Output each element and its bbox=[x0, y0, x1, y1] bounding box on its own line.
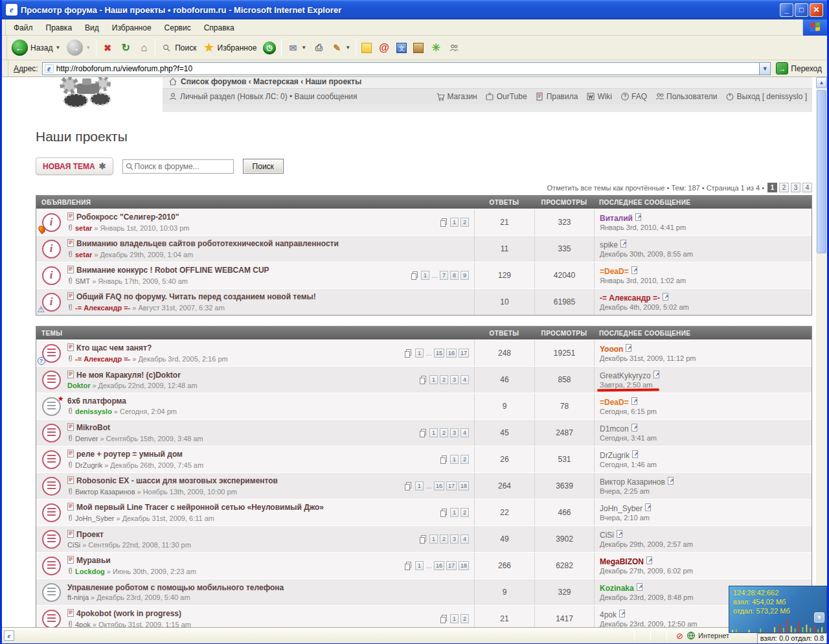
header-link-tv[interactable]: OurTube bbox=[485, 92, 527, 101]
forum-search-input[interactable] bbox=[135, 162, 225, 171]
title-bar[interactable]: e Просмотр форума - Наши проекты • robof… bbox=[2, 0, 827, 19]
lastpost-author-link[interactable]: MegaBIZON bbox=[600, 557, 644, 566]
topic-title-link[interactable]: Робокросс "Селигер-2010" bbox=[76, 213, 179, 222]
topic-page-1[interactable]: 1 bbox=[415, 481, 424, 490]
header-link-question[interactable]: FAQ bbox=[620, 92, 647, 101]
topic-author-link[interactable]: DrZugrik bbox=[75, 461, 102, 469]
topic-page-7[interactable]: 7 bbox=[440, 271, 448, 280]
lastpost-author-link[interactable]: =DeaD= bbox=[600, 398, 629, 407]
header-link-cart[interactable]: Магазин bbox=[435, 92, 477, 101]
goto-lastpost-icon[interactable] bbox=[631, 397, 639, 407]
forum-search-box[interactable] bbox=[122, 159, 234, 174]
topic-page-2[interactable]: 2 bbox=[460, 218, 469, 227]
breadcrumb[interactable]: Список форумов ‹ Мастерская ‹ Наши проек… bbox=[163, 77, 812, 89]
goto-lastpost-icon[interactable] bbox=[645, 503, 652, 513]
pagination-page-2[interactable]: 2 bbox=[779, 183, 789, 192]
back-button[interactable]: ←Назад▼ bbox=[8, 38, 63, 58]
pagination-page-3[interactable]: 3 bbox=[791, 183, 801, 192]
topic-title-link[interactable]: Управление роботом с помощью мобильного … bbox=[67, 583, 284, 593]
goto-lastpost-icon[interactable] bbox=[653, 371, 661, 380]
topic-page-1[interactable]: 1 bbox=[415, 561, 424, 570]
goto-lastpost-icon[interactable] bbox=[631, 424, 639, 433]
topic-author-link[interactable]: Lockdog bbox=[75, 568, 105, 575]
topic-page-4[interactable]: 4 bbox=[460, 375, 469, 384]
topic-author-link[interactable]: JoHn_Syber bbox=[75, 514, 115, 522]
topic-page-3[interactable]: 3 bbox=[450, 535, 459, 544]
lastpost-author-link[interactable]: Kozinaka bbox=[600, 584, 634, 593]
menu-правка[interactable]: Правка bbox=[40, 21, 79, 35]
mail-button[interactable]: ✉▼ bbox=[284, 40, 310, 56]
menu-файл[interactable]: Файл bbox=[7, 21, 40, 35]
goto-lastpost-icon[interactable] bbox=[619, 610, 626, 619]
lastpost-author-link[interactable]: GreatKykyryzo bbox=[600, 371, 651, 380]
topic-page-9[interactable]: 9 bbox=[460, 271, 469, 280]
topic-title-link[interactable]: Проект bbox=[76, 530, 104, 540]
mail-dropdown-icon[interactable]: ▼ bbox=[301, 45, 306, 51]
topic-author-link[interactable]: -= Александр =- bbox=[75, 355, 130, 363]
topic-page-3[interactable]: 3 bbox=[450, 375, 459, 384]
topic-page-1[interactable]: 1 bbox=[429, 428, 438, 437]
lastpost-author-link[interactable]: D1mcon bbox=[600, 424, 629, 433]
stop-button[interactable]: ✖ bbox=[98, 40, 117, 56]
header-link-users[interactable]: Пользователи bbox=[655, 92, 717, 101]
search-submit-button[interactable]: Поиск bbox=[243, 159, 284, 174]
topic-title-link[interactable]: MikroBot bbox=[76, 423, 110, 433]
topic-page-16[interactable]: 16 bbox=[434, 561, 444, 570]
topic-title-link[interactable]: 6x6 платформа bbox=[67, 397, 126, 406]
vertical-scrollbar[interactable]: ▲ ▼ bbox=[816, 77, 827, 627]
address-input[interactable]: e http://roboforum.ru/viewforum.php?f=10… bbox=[42, 62, 771, 75]
forward-button[interactable]: →▼ bbox=[63, 38, 94, 58]
topic-page-2[interactable]: 2 bbox=[440, 428, 448, 437]
menu-избранное[interactable]: Избранное bbox=[106, 21, 158, 35]
topic-page-2[interactable]: 2 bbox=[460, 508, 469, 517]
research-button[interactable] bbox=[410, 41, 427, 55]
goto-lastpost-icon[interactable] bbox=[617, 530, 624, 540]
topic-page-1[interactable]: 1 bbox=[450, 218, 459, 227]
new-topic-button[interactable]: НОВАЯ ТЕМА ✱ bbox=[36, 157, 113, 175]
menu-справка[interactable]: Справка bbox=[198, 21, 241, 35]
search-button[interactable]: Поиск bbox=[157, 40, 199, 56]
print-button[interactable]: ⎙ bbox=[310, 40, 328, 56]
goto-lastpost-icon[interactable] bbox=[668, 477, 675, 487]
topic-title-link[interactable]: Robosonic EX - шасси для мозговых экспер… bbox=[76, 476, 278, 486]
lastpost-author-link[interactable]: -= Александр =- bbox=[600, 293, 660, 303]
lastpost-author-link[interactable]: spike bbox=[600, 240, 618, 249]
goto-lastpost-icon[interactable] bbox=[637, 583, 644, 593]
goto-lastpost-icon[interactable] bbox=[631, 266, 639, 276]
topic-page-2[interactable]: 2 bbox=[460, 614, 469, 623]
goto-lastpost-icon[interactable] bbox=[663, 293, 670, 303]
minimize-button[interactable]: _ bbox=[780, 3, 793, 17]
topic-author-link[interactable]: setar bbox=[75, 251, 92, 259]
refresh-button[interactable]: ↻ bbox=[117, 40, 135, 56]
lastpost-author-link[interactable]: DrZugrik bbox=[600, 451, 630, 460]
topic-page-4[interactable]: 4 bbox=[460, 535, 469, 544]
menu-сервис[interactable]: Сервис bbox=[158, 21, 198, 35]
topic-page-1[interactable]: 1 bbox=[450, 508, 459, 517]
topic-author-link[interactable]: -= Александр =- bbox=[75, 304, 130, 312]
translate-button[interactable]: 文 bbox=[393, 41, 410, 55]
topic-page-17[interactable]: 17 bbox=[446, 481, 457, 490]
topic-author-link[interactable]: Denver bbox=[75, 435, 98, 443]
lastpost-author-link[interactable]: =DeaD= bbox=[600, 267, 629, 276]
goto-lastpost-icon[interactable] bbox=[646, 557, 653, 566]
header-link-wiki[interactable]: Wiki bbox=[585, 92, 612, 101]
topic-page-16[interactable]: 16 bbox=[434, 481, 444, 490]
goto-lastpost-icon[interactable] bbox=[626, 344, 633, 354]
mail-at-button[interactable]: @ bbox=[375, 40, 393, 56]
topic-author-link[interactable]: SMT bbox=[75, 277, 90, 285]
topic-title-link[interactable]: 4pokobot (work in progress) bbox=[76, 609, 181, 619]
topic-page-16[interactable]: 16 bbox=[446, 349, 457, 358]
topic-author-link[interactable]: setar bbox=[75, 224, 92, 232]
topic-title-link[interactable]: Муравьи bbox=[76, 556, 111, 566]
goto-lastpost-icon[interactable] bbox=[620, 240, 628, 249]
close-button[interactable]: ✕ bbox=[810, 3, 823, 17]
messenger-button[interactable] bbox=[445, 40, 463, 56]
goto-lastpost-icon[interactable] bbox=[635, 213, 642, 223]
lastpost-author-link[interactable]: Виктор Казаринов bbox=[600, 477, 665, 487]
topic-page-1[interactable]: 1 bbox=[450, 455, 459, 464]
home-button[interactable]: ⌂ bbox=[135, 40, 153, 56]
header-link-power[interactable]: Выход [ denissyslo ] bbox=[725, 92, 807, 101]
topic-author-link[interactable]: Виктор Казаринов bbox=[75, 488, 135, 496]
topic-page-1[interactable]: 1 bbox=[421, 271, 429, 280]
traffic-monitor-widget[interactable]: 124:28:42:662 взял: 454,02 Мб отдал: 573… bbox=[729, 586, 827, 643]
